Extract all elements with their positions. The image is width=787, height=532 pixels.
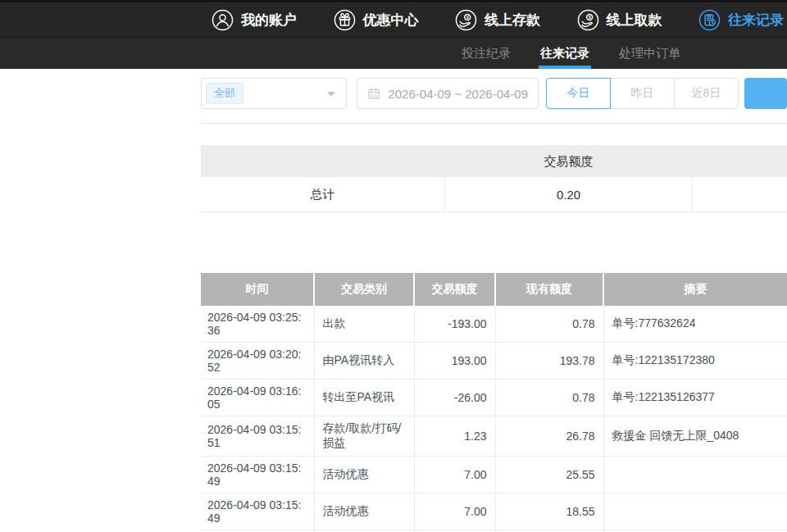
- summary-total-label: 总计: [201, 177, 444, 211]
- cell-amount: 7.00: [414, 457, 495, 493]
- cell-type: 转出至PA视讯: [314, 380, 414, 416]
- records-tab-bar: 投注纪录 往来记录 处理中订单: [0, 37, 787, 69]
- date-range-value: 2026-04-09 ~ 2026-04-09: [388, 87, 528, 101]
- cell-balance: 26.78: [495, 416, 603, 457]
- nav-item-label: 优惠中心: [363, 11, 419, 30]
- cell-time: 2026-04-09 03:15:51: [201, 416, 314, 457]
- cell-summary: [603, 493, 787, 530]
- tab-betting-records[interactable]: 投注纪录: [462, 38, 511, 69]
- cell-summary: 单号:122135172380: [603, 343, 787, 380]
- gift-icon: [334, 9, 356, 31]
- nav-item-transaction-records[interactable]: 往来记录: [698, 9, 784, 31]
- yesterday-button-label: 昨日: [631, 86, 654, 101]
- cell-summary: 单号:777632624: [603, 306, 787, 343]
- today-button-label: 今日: [567, 86, 590, 101]
- nav-item-online-deposit[interactable]: ¥ 线上存款: [455, 9, 540, 31]
- transaction-row: 2026-04-09 03:20:52由PA视讯转入193.00193.78单号…: [201, 343, 787, 380]
- user-icon: [212, 9, 234, 31]
- today-button[interactable]: 今日: [546, 78, 611, 109]
- nav-item-label: 线上取款: [607, 11, 662, 30]
- divider: [201, 123, 787, 124]
- search-button[interactable]: [744, 78, 787, 109]
- cell-balance: 18.55: [495, 493, 603, 530]
- selected-type-tag[interactable]: 全部: [206, 83, 243, 104]
- main-content: 全部 2026-04-09 ~ 2026-04-09 今日 昨日 近8日: [201, 69, 787, 532]
- transaction-row: 2026-04-09 03:25:36出款-193.000.78单号:77763…: [201, 306, 787, 343]
- cell-type: 活动优惠: [314, 457, 414, 493]
- header-summary: 摘要: [603, 273, 787, 306]
- summary-empty-cell: [693, 177, 787, 211]
- cell-time: 2026-04-09 03:15:49: [201, 493, 314, 530]
- nav-item-promotions[interactable]: 优惠中心: [334, 9, 419, 31]
- cell-type: 由PA视讯转入: [314, 343, 414, 380]
- transaction-row: 2026-04-09 03:15:51存款/取款/打码/损益1.2326.78救…: [201, 416, 787, 457]
- filter-row: 全部 2026-04-09 ~ 2026-04-09 今日 昨日 近8日: [201, 78, 787, 109]
- tab-label: 投注纪录: [462, 46, 511, 61]
- transaction-row: 2026-04-09 03:15:49活动优惠7.0025.55: [201, 457, 787, 493]
- cell-amount: 7.00: [414, 493, 495, 530]
- cell-amount: 1.23: [414, 416, 495, 457]
- cell-balance: 0.78: [495, 306, 603, 343]
- transactions-tbody: 2026-04-09 03:25:36出款-193.000.78单号:77763…: [201, 306, 787, 532]
- transactions-header-row: 时间 交易类别 交易额度 现有额度 摘要: [201, 273, 787, 306]
- cell-summary: 救援金 回馈无上限_0408: [603, 416, 787, 457]
- summary-total-value: 0.20: [444, 177, 693, 211]
- tab-transaction-records[interactable]: 往来记录: [540, 38, 589, 69]
- header-transaction-type: 交易类别: [314, 273, 414, 306]
- transaction-type-dropdown[interactable]: 全部: [201, 78, 347, 109]
- cell-summary: [603, 457, 787, 493]
- tab-label: 往来记录: [540, 46, 589, 61]
- summary-total-row: 总计 0.20: [201, 177, 787, 212]
- cell-amount: 193.00: [414, 343, 495, 380]
- cell-balance: 25.55: [495, 457, 603, 493]
- cell-amount: -26.00: [414, 380, 495, 416]
- cell-time: 2026-04-09 03:16:05: [201, 380, 314, 416]
- summary-header-row: 交易额度: [201, 145, 787, 177]
- transaction-row: 2026-04-09 03:16:05转出至PA视讯-26.000.78单号:1…: [201, 380, 787, 416]
- cell-type: 活动优惠: [314, 493, 414, 530]
- nav-item-label: 线上存款: [484, 11, 540, 30]
- summary-title: 交易额度: [444, 145, 693, 177]
- cell-time: 2026-04-09 03:15:49: [201, 457, 314, 493]
- summary-table: 交易额度 总计 0.20: [201, 145, 787, 212]
- header-current-balance: 现有额度: [495, 273, 603, 306]
- tab-processing-orders[interactable]: 处理中订单: [619, 38, 680, 69]
- header-transaction-amount: 交易额度: [414, 273, 495, 306]
- tab-label: 处理中订单: [619, 46, 680, 61]
- date-range-picker[interactable]: 2026-04-09 ~ 2026-04-09: [357, 78, 539, 109]
- transaction-row: 2026-04-09 03:15:49活动优惠7.0018.55: [201, 493, 787, 530]
- deposit-icon: ¥: [455, 9, 477, 31]
- cell-amount: -193.00: [414, 306, 495, 343]
- calendar-icon: [367, 87, 380, 100]
- cell-balance: 0.78: [495, 380, 603, 416]
- cell-summary: 单号:122135126377: [603, 380, 787, 416]
- quick-date-buttons: 今日 昨日 近8日: [546, 78, 739, 109]
- cell-time: 2026-04-09 03:20:52: [201, 343, 314, 380]
- last-8-days-button-label: 近8日: [692, 86, 721, 101]
- nav-item-my-account[interactable]: 我的账户: [212, 9, 297, 31]
- nav-item-label: 往来记录: [728, 11, 784, 30]
- header-time: 时间: [201, 273, 314, 306]
- main-navigation: 我的账户 优惠中心 ¥ 线上存款 $ 线上取款: [0, 2, 787, 37]
- withdraw-icon: $: [577, 9, 599, 31]
- yesterday-button[interactable]: 昨日: [610, 78, 675, 109]
- chevron-down-icon: [327, 92, 335, 97]
- last-8-days-button[interactable]: 近8日: [674, 78, 739, 109]
- nav-item-online-withdrawal[interactable]: $ 线上取款: [577, 9, 662, 31]
- cell-time: 2026-04-09 03:25:36: [201, 306, 314, 343]
- cell-balance: 193.78: [495, 343, 603, 380]
- nav-item-label: 我的账户: [241, 11, 297, 30]
- records-icon: [698, 9, 721, 31]
- cell-type: 出款: [314, 306, 414, 343]
- cell-type: 存款/取款/打码/损益: [314, 416, 414, 457]
- transactions-table: 时间 交易类别 交易额度 现有额度 摘要 2026-04-09 03:25:36…: [201, 273, 787, 532]
